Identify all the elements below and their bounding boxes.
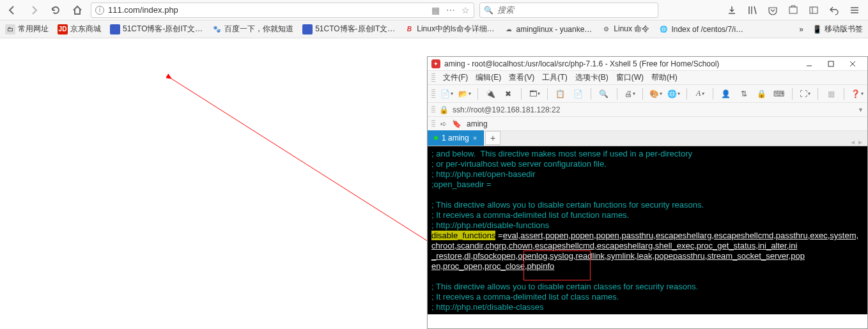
bookmark-session-icon[interactable]: 🔖 [452, 119, 461, 128]
search-input[interactable] [497, 5, 654, 15]
mobile-bookmarks[interactable]: 📱移动版书签 [812, 24, 863, 34]
terminal[interactable]: ; and below. This directive makes most s… [428, 146, 867, 314]
properties-icon[interactable]: 🗔 [528, 88, 541, 100]
more-icon[interactable]: ⋯ [446, 5, 455, 15]
xshell-titlebar[interactable]: ✦ aming - root@localhost:/usr/local/src/… [428, 57, 867, 71]
bookmark-label: Linux中的ls命令详细… [417, 24, 494, 34]
url-bar[interactable]: i ▦ ⋯ ☆ [91, 3, 474, 18]
favicon: B [404, 24, 414, 34]
tab-close-icon[interactable]: × [473, 134, 477, 142]
bookmark-item[interactable]: 🐾百度一下，你就知道 [212, 24, 293, 34]
downloads-icon[interactable] [726, 4, 738, 16]
gripper-icon[interactable] [431, 73, 435, 82]
transfer-icon[interactable]: ⇅ [738, 88, 750, 100]
favicon: ⚙ [601, 24, 611, 34]
back-button[interactable] [4, 2, 20, 19]
search-icon: 🔍 [484, 6, 493, 15]
bookmark-item[interactable]: JD京东商城 [58, 24, 101, 34]
term-line: disable_classes = [431, 312, 497, 314]
forward-button[interactable] [26, 2, 42, 19]
term-text: chroot,scandir,chgrp,chown,escapeshellcm… [431, 241, 797, 250]
browser-toolbar: i ▦ ⋯ ☆ 🔍 [0, 0, 868, 20]
new-session-icon[interactable]: 📄 [440, 88, 453, 100]
term-line: ; This directive allows you to disable c… [431, 200, 704, 210]
menu-view[interactable]: 查看(V) [509, 72, 534, 83]
bookmark-item[interactable]: 🗀常用网址 [5, 24, 49, 34]
xshell-menubar: 文件(F) 编辑(E) 查看(V) 工具(T) 选项卡(B) 窗口(W) 帮助(… [428, 71, 867, 85]
bookmark-label: 51CTO博客-原创IT文… [123, 24, 203, 34]
reload-button[interactable] [47, 2, 64, 19]
bookmark-item[interactable]: BLinux中的ls命令详细… [404, 24, 494, 34]
paste-icon[interactable]: 📄 [571, 88, 584, 100]
color-icon[interactable]: 🎨 [649, 88, 662, 100]
xshell-session-bar: ➪ 🔖 aming [428, 117, 867, 131]
info-icon[interactable]: i [95, 6, 104, 15]
term-line: ; http://php.net/disable-classes [431, 302, 544, 312]
term-highlight: disable_functions [431, 231, 495, 240]
menu-window[interactable]: 窗口(W) [616, 72, 644, 83]
undo-icon[interactable] [828, 4, 840, 16]
term-text: eval,assert,popen,popen,popen,passthru,e… [503, 231, 858, 240]
close-button[interactable] [842, 57, 864, 70]
xshell-title: aming - root@localhost:/usr/local/src/ph… [444, 59, 798, 68]
session-name[interactable]: aming [467, 119, 488, 128]
chevron-down-icon[interactable]: ▼ [858, 107, 864, 113]
disconnect-icon[interactable]: ✖ [502, 88, 515, 100]
reconnect-icon[interactable]: 🔌 [484, 88, 497, 100]
library-icon[interactable] [747, 4, 758, 16]
mobile-icon: 📱 [812, 25, 822, 34]
screenshot-icon[interactable] [787, 4, 799, 16]
menu-file[interactable]: 文件(F) [443, 72, 468, 83]
keyboard-icon[interactable]: ⌨ [773, 88, 786, 100]
xshell-tabs: 1 aming × + ◄► [428, 131, 867, 146]
qr-icon[interactable]: ▦ [431, 5, 440, 15]
maximize-button[interactable] [820, 57, 842, 70]
menu-help[interactable]: 帮助(H) [651, 72, 678, 83]
add-tab-button[interactable]: + [485, 131, 500, 145]
help-icon[interactable]: ❓ [851, 88, 864, 100]
bookmark-item[interactable]: ☁aminglinux - yuanke… [504, 24, 593, 34]
term-line: ; It receives a comma-delimited list of … [431, 210, 629, 220]
fullscreen-icon[interactable]: ⛶ [799, 88, 812, 100]
bookmark-item[interactable]: 🌐Index of /centos/7/i… [658, 24, 743, 34]
print-icon[interactable]: 🖨 [624, 88, 637, 100]
terminal-tab[interactable]: 1 aming × [428, 130, 484, 146]
bookmark-item[interactable]: 51CTO博客-原创IT文… [302, 24, 395, 34]
term-line: ; http://php.net/open-basedir [431, 169, 536, 179]
overflow-icon[interactable]: » [799, 25, 803, 34]
pocket-icon[interactable] [767, 4, 779, 16]
menu-tools[interactable]: 工具(T) [542, 72, 567, 83]
address-text[interactable]: ssh://root@192.168.181.128:22 [453, 105, 560, 114]
menu-tabs[interactable]: 选项卡(B) [575, 72, 608, 83]
gripper-icon[interactable] [431, 89, 435, 98]
gripper-icon[interactable] [431, 120, 435, 128]
open-session-icon[interactable]: 📂 [458, 88, 471, 100]
bookmark-label: Linux 命令 [614, 24, 649, 34]
lock-icon[interactable]: 🔒 [755, 88, 768, 100]
term-line: ;open_basedir = [431, 180, 492, 189]
status-dot-icon [434, 136, 438, 140]
copy-icon[interactable]: 📋 [554, 88, 567, 100]
sidebar-icon[interactable] [808, 4, 819, 16]
search-bar[interactable]: 🔍 [479, 3, 658, 18]
globe-icon[interactable]: 🌐 [667, 88, 680, 100]
bookmark-item[interactable]: ⚙Linux 命令 [601, 24, 649, 34]
lock-icon: 🔒 [439, 105, 449, 114]
bookmark-item[interactable]: 51CTO博客-原创IT文… [110, 24, 203, 34]
tab-next-icon[interactable]: ► [857, 139, 864, 146]
tile-icon[interactable]: ▦ [825, 88, 837, 100]
url-input[interactable] [108, 5, 428, 15]
add-session-icon[interactable]: ➪ [440, 119, 447, 128]
minimize-button[interactable] [798, 57, 820, 70]
gripper-icon[interactable] [431, 106, 435, 114]
menu-edit[interactable]: 编辑(E) [476, 72, 501, 83]
font-icon[interactable]: A [694, 88, 706, 100]
home-button[interactable] [69, 2, 86, 19]
svg-rect-3 [828, 61, 833, 66]
find-icon[interactable]: 🔍 [598, 88, 610, 100]
menu-icon[interactable] [849, 4, 860, 16]
bookmark-star-icon[interactable]: ☆ [461, 5, 470, 15]
tab-prev-icon[interactable]: ◄ [849, 139, 856, 146]
profile-icon[interactable]: 👤 [720, 88, 732, 100]
bookmark-label: 常用网址 [18, 24, 49, 34]
